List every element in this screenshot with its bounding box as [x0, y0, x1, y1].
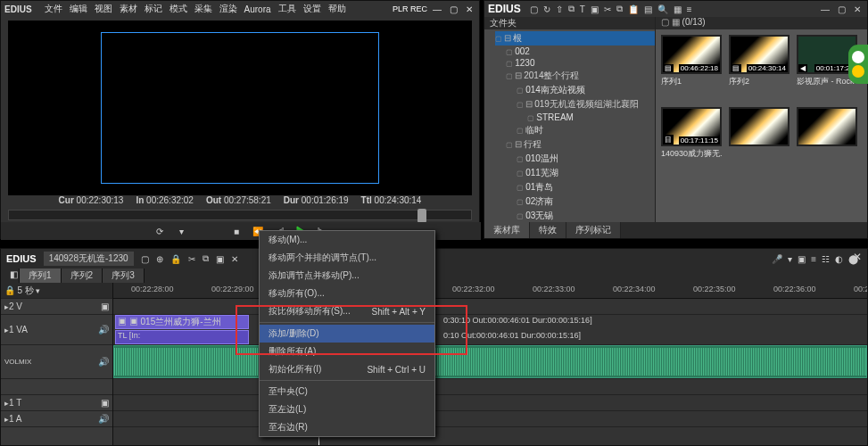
track-t1[interactable]	[113, 395, 867, 411]
tree-node[interactable]: 1230	[506, 57, 655, 69]
menu-settings[interactable]: 设置	[303, 3, 321, 15]
tree-node[interactable]: ⊟行程	[506, 137, 655, 152]
track-v2[interactable]	[113, 299, 867, 315]
ctx-init-all[interactable]: 初始化所有(I)Shift + Ctrl + U	[260, 360, 434, 378]
tree-node[interactable]: 010温州	[517, 152, 655, 166]
scrub-handle[interactable]	[417, 209, 426, 223]
sequence-tab[interactable]: 序列1	[20, 268, 62, 283]
speaker-icon[interactable]: 🔊	[98, 357, 109, 367]
close-icon[interactable]: ✕	[463, 4, 475, 14]
tree-node[interactable]: STREAM	[527, 112, 655, 123]
tree-node[interactable]: 002	[506, 45, 655, 57]
track-header-a1[interactable]: ▸ 1 A🔊	[1, 411, 112, 427]
scope-icon[interactable]: ▣	[798, 254, 806, 264]
clip-thumb[interactable]	[797, 107, 857, 160]
scale-row[interactable]: 🔒 5 秒 ▾	[1, 283, 112, 299]
speaker-icon[interactable]: 🔊	[98, 414, 109, 424]
menu-clip[interactable]: 素材	[120, 3, 137, 15]
capture-icon[interactable]: ▣	[591, 4, 599, 14]
paste-icon[interactable]: ▣	[216, 254, 224, 264]
menu-help[interactable]: 帮助	[328, 3, 346, 15]
track-a1[interactable]	[113, 411, 867, 427]
tree-node[interactable]: 02济南	[517, 194, 655, 209]
tree-node[interactable]: 014南充站视频	[517, 83, 655, 97]
menu-render[interactable]: 渲染	[219, 3, 237, 15]
ctx-move-two[interactable]: 移动两个并排的调节点(T)...	[260, 249, 434, 267]
track-va1[interactable]: ▣ ▣ 015兰州威力狮-兰州 TL [In: 0:30:10 Out:00:0…	[113, 315, 867, 345]
copy-icon[interactable]: ⧉	[616, 4, 623, 14]
side-badge[interactable]	[848, 45, 868, 84]
ctx-move[interactable]: 移动(M)...	[260, 231, 434, 249]
ctx-add-move[interactable]: 添加调节点并移动(P)...	[260, 267, 434, 285]
clip-thumb[interactable]	[729, 107, 789, 160]
clip-thumb[interactable]: ▤00:24:30:14序列2	[729, 35, 789, 87]
maximize-icon[interactable]: ▢	[447, 4, 459, 14]
copy-icon[interactable]: ⧉	[203, 253, 209, 264]
menu-aurora[interactable]: Aurora	[244, 4, 271, 14]
clip-thumb[interactable]: ▤00:46:22:18序列1	[661, 35, 722, 87]
sort-icon[interactable]: ≡	[687, 4, 692, 14]
menu-capture[interactable]: 采集	[194, 3, 212, 15]
bin-min-icon[interactable]: —	[819, 4, 831, 14]
arrow-down-icon[interactable]: ▾	[788, 254, 792, 264]
tree-node[interactable]: 临时	[517, 123, 655, 137]
eq-icon[interactable]: ≡	[811, 254, 816, 264]
tree-root[interactable]: ⊟根	[495, 31, 655, 45]
tree-node[interactable]: 011芜湖	[517, 166, 655, 180]
props-icon[interactable]: ▤	[644, 4, 652, 14]
cycle-icon[interactable]: ↻	[543, 4, 550, 14]
tree-node[interactable]: 01青岛	[517, 180, 655, 194]
view-icon[interactable]: ▦	[674, 4, 682, 14]
bin-tab-markers[interactable]: 序列标记	[566, 222, 621, 238]
cut-icon[interactable]: ✂	[604, 4, 611, 14]
tab-handle[interactable]: ◧	[1, 268, 20, 283]
time-ruler[interactable]: 00:22:28:00 00:22:29:00 |00:22:30:10 00:…	[113, 283, 867, 299]
sequence-tab[interactable]: 序列3	[103, 268, 145, 283]
speaker-icon[interactable]: 🔊	[98, 325, 109, 334]
settings-icon[interactable]: ☷	[822, 254, 830, 264]
mute-icon[interactable]: ▣	[101, 301, 109, 311]
sequence-name[interactable]: 140928无机造-1230	[44, 252, 134, 266]
text-icon[interactable]: T	[580, 4, 585, 14]
crop-icon[interactable]: ⧉	[568, 4, 575, 14]
menu-marker[interactable]: 标记	[145, 3, 162, 15]
sequence-tab[interactable]: 序列2	[62, 268, 103, 283]
menu-edit[interactable]: 编辑	[70, 3, 87, 15]
video-clip-tl[interactable]: TL [In:	[115, 330, 249, 344]
track-audio[interactable]	[113, 345, 867, 379]
track-header-v2[interactable]: ▸ 2 V▣	[1, 299, 112, 315]
bin-tab-effects[interactable]: 特效	[530, 222, 566, 238]
render-icon[interactable]: ◐	[835, 254, 843, 264]
video-clip[interactable]: ▣ ▣ 015兰州威力狮-兰州	[115, 315, 249, 329]
ctx-delete-all[interactable]: 删除所有(A)	[260, 343, 434, 360]
audio-clip[interactable]	[113, 345, 867, 378]
ctx-move-all[interactable]: 移动所有(O)...	[260, 285, 434, 302]
scrub-bar[interactable]	[8, 210, 472, 220]
paste-icon[interactable]: 📋	[628, 4, 639, 14]
menu-view[interactable]: 视图	[95, 3, 112, 15]
track-area[interactable]: 00:22:28:00 00:22:29:00 |00:22:30:10 00:…	[113, 283, 867, 445]
bin-max-icon[interactable]: ▢	[835, 4, 847, 14]
addtrk-icon[interactable]: ⊕	[156, 254, 163, 264]
new-folder-icon[interactable]: ▢	[530, 4, 538, 14]
timeline-close-icon[interactable]: ✕	[853, 251, 862, 263]
ctx-add-delete[interactable]: 添加/删除(D)	[260, 325, 434, 343]
track-header-vol[interactable]: VOLMIX🔊	[1, 345, 112, 379]
clip-thumb[interactable]: 目00:17:11:15140930威力狮无...	[661, 107, 722, 160]
loop-icon[interactable]: ⟳	[153, 225, 167, 237]
menu-mode[interactable]: 模式	[169, 3, 187, 15]
minimize-icon[interactable]: —	[431, 4, 443, 14]
tree-node[interactable]: ⊟2014整个行程	[506, 69, 655, 83]
track-header-t1[interactable]: ▸ 1 T▣	[1, 395, 112, 411]
del-icon[interactable]: ✕	[231, 254, 238, 264]
mic-icon[interactable]: 🎤	[772, 254, 782, 264]
folder-tree[interactable]: 文件夹 ⊟根 002 1230 ⊟2014整个行程 014南充站视频 ⊟019无…	[484, 17, 656, 222]
up-icon[interactable]: ⇧	[556, 4, 563, 14]
newseq-icon[interactable]: ▢	[141, 254, 149, 264]
cut-icon[interactable]: ✂	[188, 254, 195, 264]
tree-node[interactable]: ⊟019无机造视频组湖北襄阳	[517, 97, 655, 112]
menu-file[interactable]: 文件	[45, 3, 62, 15]
bin-tab-library[interactable]: 素材库	[484, 222, 530, 238]
chevron-down-icon[interactable]: ▾	[174, 225, 188, 237]
menu-tools[interactable]: 工具	[278, 3, 296, 15]
